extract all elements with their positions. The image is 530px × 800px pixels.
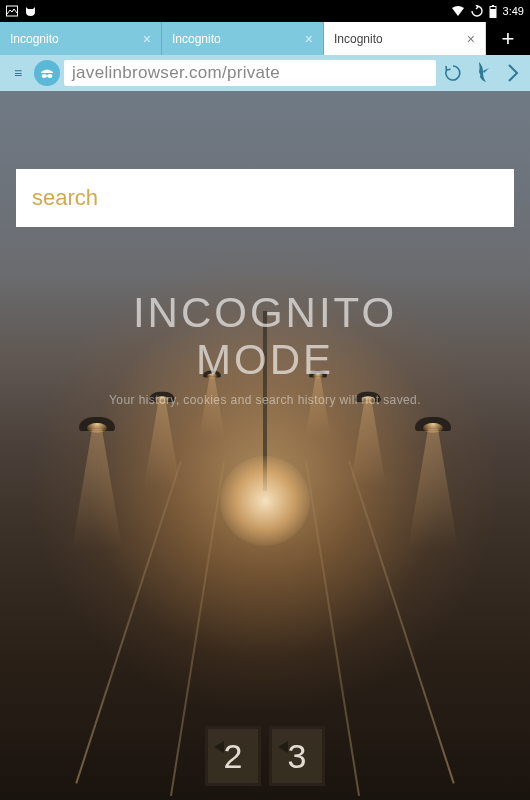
tab-1[interactable]: Incognito × <box>162 22 324 55</box>
status-right: 3:49 <box>451 5 524 18</box>
reload-icon[interactable] <box>440 63 466 83</box>
cat-icon <box>24 5 37 17</box>
close-icon[interactable]: × <box>143 31 151 47</box>
title-line-1: INCOGNITO <box>0 289 530 336</box>
bg-lamps-near <box>75 409 455 431</box>
search-placeholder: search <box>32 185 98 211</box>
title-line-2: MODE <box>0 336 530 383</box>
svg-rect-3 <box>490 9 496 18</box>
url-text: javelinbrowser.com/private <box>72 63 280 83</box>
picture-icon <box>6 5 18 17</box>
page-subtitle: Your history, cookies and search history… <box>0 393 530 407</box>
tab-label: Incognito <box>10 32 59 46</box>
tab-label: Incognito <box>334 32 383 46</box>
url-input[interactable]: javelinbrowser.com/private <box>64 60 436 86</box>
battery-icon <box>489 5 497 18</box>
tab-label: Incognito <box>172 32 221 46</box>
sign-digit-right: 3 <box>269 726 325 786</box>
incognito-logo-icon[interactable] <box>34 60 60 86</box>
bg-platform-sign: 2 3 <box>205 726 325 786</box>
sign-digit-left: 2 <box>205 726 261 786</box>
new-tab-button[interactable]: + <box>486 22 530 55</box>
svg-rect-2 <box>492 5 494 7</box>
wifi-icon <box>451 6 465 17</box>
tab-2[interactable]: Incognito × <box>324 22 486 55</box>
tabs-row: Incognito × Incognito × Incognito × + <box>0 22 530 55</box>
svg-rect-6 <box>46 75 48 76</box>
status-bar: 3:49 <box>0 0 530 22</box>
page-content: 2 3 search INCOGNITO MODE Your history, … <box>0 91 530 800</box>
search-input[interactable]: search <box>16 169 514 227</box>
close-icon[interactable]: × <box>467 31 475 47</box>
menu-icon[interactable]: ≡ <box>4 65 30 81</box>
forward-icon[interactable] <box>500 62 526 84</box>
nav-bar: ≡ javelinbrowser.com/private <box>0 55 530 91</box>
tab-0[interactable]: Incognito × <box>0 22 162 55</box>
page-title: INCOGNITO MODE <box>0 289 530 383</box>
bg-center-light <box>220 456 310 546</box>
close-icon[interactable]: × <box>305 31 313 47</box>
status-left <box>6 5 37 17</box>
javelin-icon[interactable] <box>470 60 496 86</box>
status-time: 3:49 <box>503 5 524 17</box>
sync-icon <box>471 5 483 17</box>
